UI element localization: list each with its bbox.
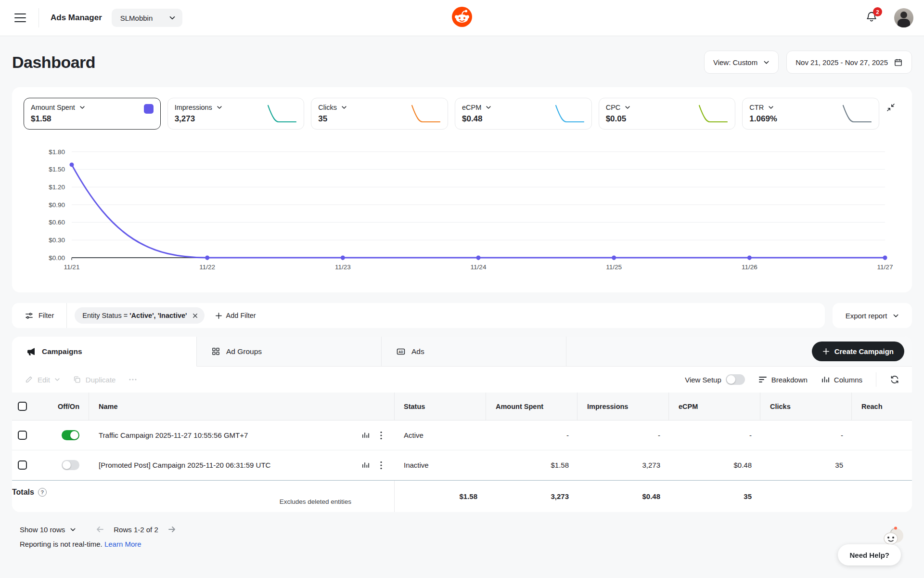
row-checkbox[interactable] [18, 460, 27, 470]
metric-card-ctr[interactable]: CTR 1.069% [742, 98, 879, 130]
campaign-name[interactable]: Traffic Campaign 2025-11-27 10:55:56 GMT… [99, 431, 351, 439]
collapse-icon [886, 103, 896, 112]
show-rows-label: Show 10 rows [20, 525, 65, 534]
breakdown-button[interactable]: Breakdown [758, 376, 808, 384]
clicks-value: - [760, 431, 852, 439]
chart-icon [361, 461, 370, 469]
columns-button[interactable]: Columns [821, 375, 862, 384]
campaign-name[interactable]: [Promoted Post] Campaign 2025-11-20 06:3… [99, 461, 351, 469]
column-header-status[interactable]: Status [395, 403, 425, 410]
tab-ad-groups[interactable]: Ad Groups [197, 337, 382, 367]
chevron-down-icon[interactable] [217, 105, 222, 110]
divider [876, 372, 876, 387]
chevron-down-icon[interactable] [79, 105, 85, 110]
more-actions-button[interactable] [128, 375, 138, 384]
remove-filter-icon[interactable] [192, 313, 198, 319]
totals-help-icon[interactable]: ? [38, 488, 47, 497]
export-report-button[interactable]: Export report [833, 303, 912, 328]
row-chart-button[interactable] [361, 431, 370, 439]
arrow-left-icon [95, 525, 105, 534]
chevron-down-icon[interactable] [625, 105, 630, 110]
megaphone-icon [26, 347, 36, 356]
user-avatar[interactable] [894, 8, 913, 27]
account-selector[interactable]: SLMobbin [112, 9, 183, 27]
metric-card-ecpm[interactable]: eCPM $0.48 [455, 98, 592, 130]
column-header-reach[interactable]: Reach [852, 403, 912, 410]
row-menu-button[interactable] [380, 431, 382, 440]
column-header-off-on[interactable]: Off/On [58, 403, 89, 410]
column-header-clicks[interactable]: Clicks [760, 403, 791, 410]
totals-ecpm: $0.48 [578, 492, 669, 500]
calendar-icon [894, 58, 903, 67]
view-setup-toggle[interactable] [726, 374, 745, 385]
edit-button[interactable]: Edit [25, 375, 60, 384]
column-header-ecpm[interactable]: eCPM [669, 403, 698, 410]
need-help-label: Need Help? [849, 551, 889, 559]
chevron-down-icon [70, 526, 76, 533]
pagination: Rows 1-2 of 2 [95, 525, 177, 534]
columns-icon [821, 375, 830, 384]
metric-card-amount-spent[interactable]: Amount Spent $1.58 [24, 98, 161, 130]
edit-label: Edit [38, 376, 50, 384]
filter-chip-entity-status[interactable]: Entity Status = 'Active', 'Inactive' [75, 307, 204, 324]
row-menu-button[interactable] [380, 461, 382, 470]
ellipsis-icon [128, 375, 138, 384]
totals-note: Excludes deleted entities [12, 498, 351, 505]
filter-bar: Filter Entity Status = 'Active', 'Inacti… [12, 303, 825, 328]
totals-clicks: 35 [669, 492, 760, 500]
metric-card-clicks[interactable]: Clicks 35 [311, 98, 448, 130]
notifications-button[interactable]: 2 [865, 11, 878, 25]
view-selector-label: View: Custom [713, 58, 757, 66]
filter-icon [25, 311, 34, 320]
duplicate-button[interactable]: Duplicate [73, 375, 116, 384]
amount-spent-value: - [486, 431, 578, 439]
need-help-button[interactable]: Need Help? [838, 544, 901, 565]
app-title: Ads Manager [51, 13, 102, 23]
column-header-name[interactable]: Name [89, 403, 118, 410]
campaign-toggle[interactable] [62, 430, 79, 440]
metric-card-impressions[interactable]: Impressions 3,273 [167, 98, 305, 130]
columns-label: Columns [834, 376, 862, 384]
svg-text:11/24: 11/24 [471, 263, 487, 271]
campaign-toggle[interactable] [62, 460, 79, 470]
metric-card-cpc[interactable]: CPC $0.05 [599, 98, 736, 130]
chevron-down-icon[interactable] [486, 105, 491, 110]
show-rows-selector[interactable]: Show 10 rows [20, 525, 76, 534]
filter-button[interactable]: Filter [12, 311, 66, 320]
reddit-logo-icon[interactable] [452, 7, 472, 29]
svg-text:11/26: 11/26 [742, 263, 757, 271]
date-range-button[interactable]: Nov 21, 2025 - Nov 27, 2025 [786, 51, 912, 74]
add-filter-button[interactable]: Add Filter [215, 312, 256, 319]
next-page-button[interactable] [167, 525, 177, 534]
entity-tabs: Campaigns Ad Groups AD Ads Create Campai… [12, 337, 912, 367]
amount-spent-value: $1.58 [486, 461, 578, 469]
column-header-impressions[interactable]: Impressions [578, 403, 628, 410]
metric-label: Impressions [175, 104, 212, 111]
filter-chip-text: Entity Status = 'Active', 'Inactive' [82, 312, 187, 319]
sparkline [410, 104, 442, 125]
column-header-amount-spent[interactable]: Amount Spent [486, 403, 543, 410]
line-chart[interactable]: $1.80$1.50$1.20$0.90$0.60$0.30$0.0011/21… [24, 142, 900, 287]
row-checkbox[interactable] [18, 431, 27, 440]
view-selector-button[interactable]: View: Custom [704, 51, 779, 74]
tab-ads[interactable]: AD Ads [382, 337, 566, 367]
chevron-down-icon[interactable] [768, 105, 774, 110]
refresh-button[interactable] [890, 375, 899, 384]
tab-campaigns[interactable]: Campaigns [12, 337, 197, 367]
plus-icon [822, 348, 830, 355]
hamburger-menu-icon[interactable] [14, 13, 26, 22]
totals-row: Totals? Excludes deleted entities $1.58 … [12, 480, 912, 512]
select-all-checkbox[interactable] [18, 402, 27, 411]
row-chart-button[interactable] [361, 461, 370, 469]
metric-cards: Amount Spent $1.58 Impressions 3,273 Cli… [24, 98, 879, 130]
amount-spent-chart: $1.80$1.50$1.20$0.90$0.60$0.30$0.0011/21… [24, 142, 900, 289]
tab-label: Ads [411, 347, 424, 356]
chevron-down-icon[interactable] [341, 105, 347, 110]
divider [66, 303, 67, 328]
collapse-chart-button[interactable] [881, 98, 900, 117]
table-header-row: Off/On Name Status Amount Spent Impressi… [12, 393, 912, 420]
previous-page-button[interactable] [95, 525, 105, 534]
impressions-value: - [578, 431, 669, 439]
learn-more-link[interactable]: Learn More [104, 540, 141, 548]
create-campaign-button[interactable]: Create Campaign [812, 342, 904, 361]
